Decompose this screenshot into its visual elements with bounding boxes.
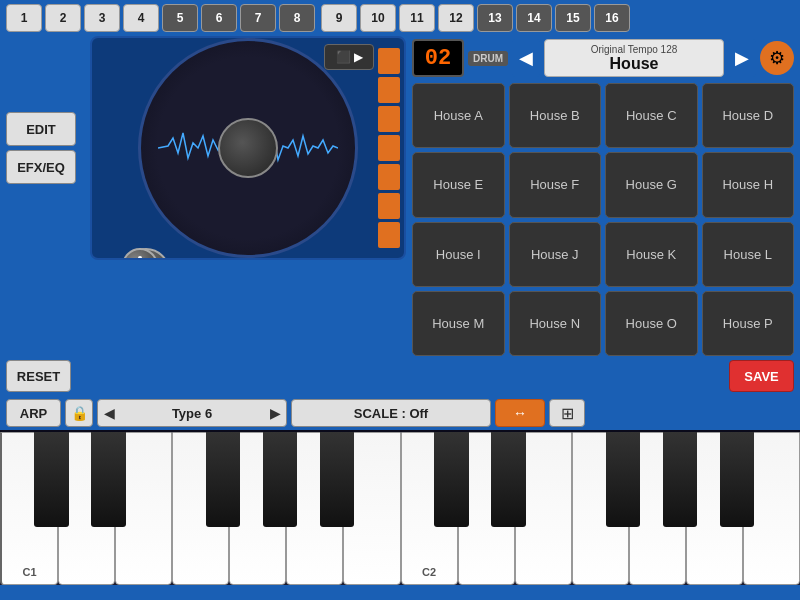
- black-key-0-1[interactable]: [91, 432, 125, 527]
- num-button-1[interactable]: 1: [6, 4, 42, 32]
- num-button-7[interactable]: 7: [240, 4, 276, 32]
- preset-button-housek[interactable]: House K: [605, 222, 698, 287]
- save-button[interactable]: SAVE: [729, 360, 794, 392]
- black-key-1-2[interactable]: [606, 432, 640, 527]
- preset-name: House: [610, 55, 659, 73]
- num-button-15[interactable]: 15: [555, 4, 591, 32]
- num-button-6[interactable]: 6: [201, 4, 237, 32]
- orange-strip-6: [378, 193, 400, 219]
- preset-button-houseb[interactable]: House B: [509, 83, 602, 148]
- num-button-8[interactable]: 8: [279, 4, 315, 32]
- knob2-drywet[interactable]: [122, 248, 158, 260]
- orange-strip-3: [378, 106, 400, 132]
- lock-icon[interactable]: 🔒: [65, 399, 93, 427]
- orange-strip-5: [378, 164, 400, 190]
- preset-button-houseg[interactable]: House G: [605, 152, 698, 217]
- edit-button[interactable]: EDIT: [6, 112, 76, 146]
- num-button-5[interactable]: 5: [162, 4, 198, 32]
- num-button-2[interactable]: 2: [45, 4, 81, 32]
- orange-strip-7: [378, 222, 400, 248]
- preset-button-housed[interactable]: House D: [702, 83, 795, 148]
- black-key-0-2[interactable]: [206, 432, 240, 527]
- preset-button-housec[interactable]: House C: [605, 83, 698, 148]
- knob2-container: Dry/Wet: [122, 248, 158, 260]
- piano-area: C1C2: [0, 430, 800, 585]
- black-key-1-4[interactable]: [720, 432, 754, 527]
- type-next-button[interactable]: ▶: [264, 399, 286, 427]
- next-preset-button[interactable]: ▶: [728, 39, 756, 77]
- right-panel: 02 DRUM ◀ Original Tempo 128 House ▶ ⚙ H…: [412, 36, 794, 356]
- preset-name-box[interactable]: Original Tempo 128 House: [544, 39, 724, 77]
- right-header: 02 DRUM ◀ Original Tempo 128 House ▶ ⚙: [412, 36, 794, 80]
- main-area: EDIT EFX/EQ ⬛ ▶: [0, 36, 800, 356]
- piano-keys: C1C2: [0, 432, 800, 585]
- num-button-3[interactable]: 3: [84, 4, 120, 32]
- arp-button[interactable]: ARP: [6, 399, 61, 427]
- preset-button-housep[interactable]: House P: [702, 291, 795, 356]
- type-selector: ◀ Type 6 ▶: [97, 399, 287, 427]
- type-label: Type 6: [120, 406, 264, 421]
- left-side-buttons: EDIT EFX/EQ: [6, 112, 86, 184]
- black-key-1-0[interactable]: [434, 432, 468, 527]
- key-label-c2: C2: [422, 566, 436, 578]
- num-button-14[interactable]: 14: [516, 4, 552, 32]
- preset-button-housei[interactable]: House I: [412, 222, 505, 287]
- black-key-0-3[interactable]: [263, 432, 297, 527]
- turntable-circle: [138, 38, 358, 258]
- drum-badge: DRUM: [468, 51, 508, 66]
- num-button-12[interactable]: 12: [438, 4, 474, 32]
- preset-button-houseo[interactable]: House O: [605, 291, 698, 356]
- preset-button-housef[interactable]: House F: [509, 152, 602, 217]
- orange-strip-4: [378, 135, 400, 161]
- efxeq-button[interactable]: EFX/EQ: [6, 150, 76, 184]
- reset-button[interactable]: RESET: [6, 360, 71, 392]
- grid-view-button[interactable]: ⊞: [549, 399, 585, 427]
- num-button-10[interactable]: 10: [360, 4, 396, 32]
- orange-strip-1: [378, 48, 400, 74]
- black-key-1-3[interactable]: [663, 432, 697, 527]
- prev-preset-button[interactable]: ◀: [512, 39, 540, 77]
- orange-strips: [378, 48, 400, 248]
- preset-button-housee[interactable]: House E: [412, 152, 505, 217]
- scale-button[interactable]: SCALE : Off: [291, 399, 491, 427]
- preset-grid: House AHouse BHouse CHouse DHouse EHouse…: [412, 83, 794, 356]
- sequencer-button[interactable]: ⬛ ▶: [324, 44, 374, 70]
- bottom-controls: RESET SAVE: [0, 356, 800, 396]
- num-button-9[interactable]: 9: [321, 4, 357, 32]
- preset-button-housej[interactable]: House J: [509, 222, 602, 287]
- black-key-1-1[interactable]: [491, 432, 525, 527]
- type-prev-button[interactable]: ◀: [98, 399, 120, 427]
- preset-button-househ[interactable]: House H: [702, 152, 795, 217]
- num-button-4[interactable]: 4: [123, 4, 159, 32]
- num-button-11[interactable]: 11: [399, 4, 435, 32]
- key-label-c1: C1: [23, 566, 37, 578]
- black-key-0-4[interactable]: [320, 432, 354, 527]
- arp-row: ARP 🔒 ◀ Type 6 ▶ SCALE : Off ↔ ⊞: [0, 396, 800, 430]
- num-button-16[interactable]: 16: [594, 4, 630, 32]
- preset-tempo: Original Tempo 128: [591, 44, 678, 55]
- preset-button-housea[interactable]: House A: [412, 83, 505, 148]
- settings-gear-button[interactable]: ⚙: [760, 41, 794, 75]
- turntable-area: ⬛ ▶ O: [90, 36, 406, 260]
- preset-button-housel[interactable]: House L: [702, 222, 795, 287]
- preset-button-housen[interactable]: House N: [509, 291, 602, 356]
- arrow-left-container: ◀: [512, 39, 540, 77]
- left-top-row: EDIT EFX/EQ ⬛ ▶: [6, 36, 406, 260]
- top-number-bar: 12345678 910111213141516: [0, 0, 800, 36]
- octave-arrows-button[interactable]: ↔: [495, 399, 545, 427]
- left-panel: EDIT EFX/EQ ⬛ ▶: [6, 36, 406, 356]
- turntable-inner-ring: [218, 118, 278, 178]
- display-number: 02: [412, 39, 464, 77]
- orange-strip-2: [378, 77, 400, 103]
- black-key-0-0[interactable]: [34, 432, 68, 527]
- preset-button-housem[interactable]: House M: [412, 291, 505, 356]
- num-button-13[interactable]: 13: [477, 4, 513, 32]
